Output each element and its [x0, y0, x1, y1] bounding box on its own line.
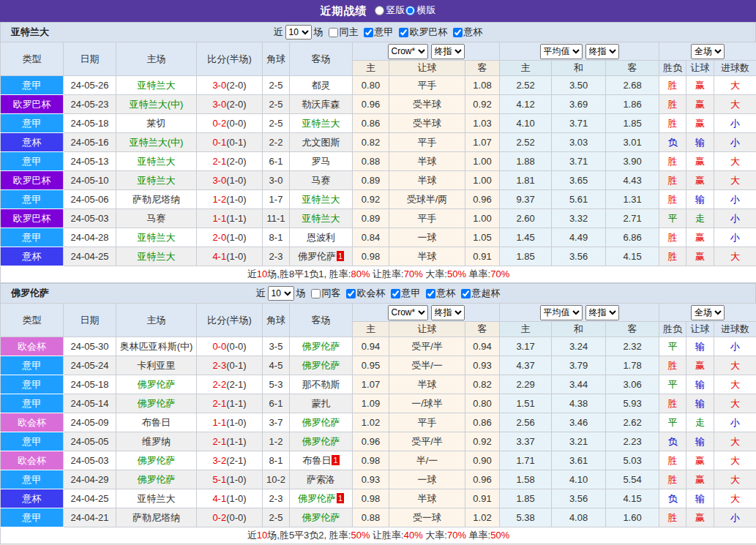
filter-checkbox-0[interactable]: 同客	[308, 287, 341, 300]
filter-checkbox-1[interactable]: 意甲	[361, 26, 394, 39]
cell-home-team: 亚特兰大	[116, 76, 197, 95]
checkbox-input[interactable]	[346, 289, 356, 298]
cell-avg-home: 3.17	[500, 337, 552, 356]
cell-result-handicap: 赢	[686, 508, 714, 527]
cell-avg-away: 4.15	[606, 489, 659, 508]
match-row: 意甲 24-05-18 佛罗伦萨 2-2(2-1) 5-3 那不勒斯 1.07 …	[1, 375, 756, 394]
cell-avg-draw: 4.08	[552, 508, 606, 527]
cell-result-goals: 大	[714, 356, 756, 375]
match-row: 欧会杯 24-05-03 佛罗伦萨 3-2(2-1) 8-1 布鲁日1 0.98…	[1, 451, 756, 470]
cell-avg-home: 4.10	[500, 114, 552, 133]
cell-handicap-line: 一/球半	[389, 394, 465, 413]
layout-radio-vertical[interactable]: 竖版	[375, 4, 405, 17]
cell-score: 0-2(0-0)	[197, 508, 263, 527]
cell-result-handicap: 输	[686, 432, 714, 451]
cell-score: 3-0(1-0)	[197, 171, 263, 190]
cell-odds-home: 0.89	[353, 209, 389, 228]
radio-label: 横版	[417, 4, 436, 17]
cell-avg-away: 3.90	[606, 152, 659, 171]
match-row: 意甲 24-05-06 萨勒尼塔纳 1-2(1-0) 1-7 亚特兰大 0.92…	[1, 190, 756, 209]
cell-odds-home: 0.98	[353, 489, 389, 508]
cell-date: 24-05-18	[64, 114, 116, 133]
cell-handicap-line: 平手	[389, 209, 465, 228]
cell-result-handicap: 赢	[686, 451, 714, 470]
cell-away-team: 尤文图斯	[290, 133, 353, 152]
league-badge: 欧会杯	[1, 337, 64, 356]
cell-avg-home: 2.52	[500, 133, 552, 152]
avg-source-select[interactable]: 平均值	[540, 44, 583, 59]
radio-input[interactable]	[375, 6, 384, 15]
checkbox-label: 同主	[340, 26, 359, 39]
avg-source-select[interactable]: 平均值	[540, 305, 583, 320]
cell-home-team: 亚特兰大	[116, 171, 197, 190]
checkbox-input[interactable]	[391, 289, 400, 298]
cell-result-handicap: 输	[686, 133, 714, 152]
odds-company-select[interactable]: Crow*	[388, 44, 428, 59]
league-badge: 意甲	[1, 394, 64, 413]
cell-corner: 3-5	[263, 337, 290, 356]
sections-container: 亚特兰大 近 10 场 同主 意甲 欧罗巴杯 意杯 类型日期主场比分(半场)角球…	[0, 22, 756, 544]
cell-avg-home: 4.37	[500, 356, 552, 375]
cell-home-team: 马赛	[116, 209, 197, 228]
cell-handicap-line: 半球	[389, 247, 465, 266]
cell-date: 24-05-30	[64, 337, 116, 356]
league-badge: 意甲	[1, 375, 64, 394]
odds-final-select[interactable]: 终指	[431, 44, 465, 59]
scope-select[interactable]: 全场	[691, 44, 725, 59]
checkbox-input[interactable]	[364, 28, 373, 37]
cell-avg-draw: 3.61	[552, 451, 606, 470]
cell-odds-away: 1.00	[465, 152, 500, 171]
checkbox-input[interactable]	[329, 28, 338, 37]
cell-score: 0-0(0-0)	[197, 337, 263, 356]
checkbox-input[interactable]	[426, 289, 435, 298]
filter-checkbox-1[interactable]: 欧会杯	[343, 287, 386, 300]
cell-avg-away: 5.93	[606, 394, 659, 413]
cell-odds-away: 0.92	[465, 95, 500, 114]
cell-handicap-line: 半/一	[389, 451, 465, 470]
cell-corner: 4-5	[263, 356, 290, 375]
odds-final-select[interactable]: 终指	[431, 305, 465, 320]
cell-handicap-line: 平手	[389, 133, 465, 152]
recent-count-select[interactable]: 10	[285, 25, 312, 40]
cell-result-wdl: 胜	[659, 247, 686, 266]
avg-final-select[interactable]: 终指	[585, 44, 619, 59]
cell-handicap-line: 平手	[389, 413, 465, 432]
cell-handicap-line: 受半/一	[389, 356, 465, 375]
cell-home-team: 萨勒尼塔纳	[116, 508, 197, 527]
filter-checkbox-4[interactable]: 意超杯	[458, 287, 501, 300]
sub-col-header: 主	[353, 322, 389, 337]
checkbox-input[interactable]	[453, 28, 463, 37]
filter-checkbox-0[interactable]: 同主	[326, 26, 359, 39]
cell-score: 0-1(0-1)	[197, 133, 263, 152]
cell-avg-draw: 3.56	[552, 247, 606, 266]
avg-final-select[interactable]: 终指	[585, 305, 619, 320]
summary-segment: 80%	[351, 268, 370, 279]
filter-checkbox-2[interactable]: 欧罗巴杯	[396, 26, 448, 39]
cell-result-wdl: 负	[659, 432, 686, 451]
radio-input[interactable]	[405, 6, 415, 15]
filter-checkbox-3[interactable]: 意杯	[423, 287, 456, 300]
recent-count-select[interactable]: 10	[268, 286, 294, 301]
scope-select[interactable]: 全场	[691, 305, 725, 320]
cell-odds-home: 0.98	[353, 451, 389, 470]
layout-radio-horizontal[interactable]: 横版	[405, 4, 436, 17]
sub-col-header: 和	[552, 61, 606, 76]
checkbox-label: 同客	[322, 287, 341, 300]
cell-avg-away: 2.68	[606, 76, 659, 95]
odds-company-select[interactable]: Crow*	[388, 305, 428, 320]
filter-checkbox-3[interactable]: 意杯	[450, 26, 483, 39]
filter-checkbox-2[interactable]: 意甲	[388, 287, 421, 300]
checkbox-label: 意杯	[464, 26, 483, 39]
checkbox-input[interactable]	[311, 289, 321, 298]
cell-result-goals: 大	[714, 95, 756, 114]
match-row: 意甲 24-05-18 莱切 0-2(0-0) 2-5 亚特兰大 0.86 受半…	[1, 114, 756, 133]
cell-odds-away: 0.92	[465, 432, 500, 451]
checkbox-input[interactable]	[399, 28, 408, 37]
checkbox-input[interactable]	[461, 289, 471, 298]
checkbox-label: 意超杯	[472, 287, 501, 300]
cell-avg-draw: 3.24	[552, 337, 606, 356]
cell-odds-away: 1.02	[465, 508, 500, 527]
sub-col-header: 让球	[686, 61, 714, 76]
cell-avg-draw: 3.71	[552, 114, 606, 133]
sub-col-header: 胜负	[659, 61, 686, 76]
